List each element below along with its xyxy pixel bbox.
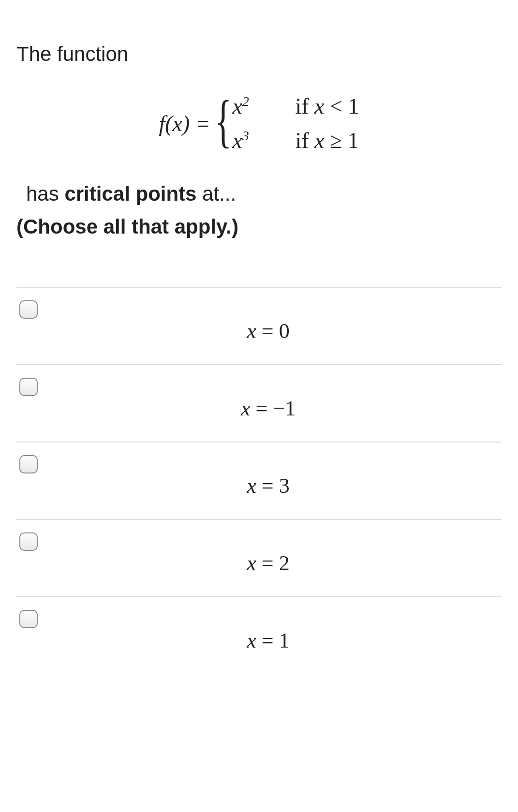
option-row: x = −1 (16, 365, 502, 443)
option-var: x (247, 551, 256, 575)
option-var: x (247, 319, 256, 343)
option-rest: = 1 (256, 629, 290, 652)
option-rest: = −1 (250, 397, 296, 420)
option-label: x = −1 (38, 377, 499, 421)
cond-prefix: if (296, 94, 315, 118)
question-instruction: (Choose all that apply.) (16, 215, 502, 238)
options-list: x = 0 x = −1 x = 3 x = 2 x = 1 (16, 287, 502, 675)
option-row: x = 2 (16, 520, 502, 597)
option-label: x = 2 (38, 531, 499, 576)
option-rest: = 2 (256, 551, 290, 575)
brace-icon: { (215, 98, 232, 145)
option-row: x = 3 (16, 443, 502, 520)
question-page: The function f(x) = { x2 if x < 1 x3 (0, 0, 518, 694)
cond-prefix: if (296, 128, 315, 153)
formula-block: f(x) = { x2 if x < 1 x3 if x ≥ 1 (16, 93, 502, 153)
line2-pre: has (26, 182, 64, 205)
case-exp: 2 (242, 94, 249, 109)
option-checkbox[interactable] (19, 532, 38, 551)
option-rest: = 3 (256, 474, 290, 498)
option-var: x (241, 397, 251, 420)
cond-var: x (314, 94, 324, 118)
option-var: x (247, 474, 256, 498)
line2-bold: critical points (64, 182, 196, 205)
option-label: x = 3 (38, 454, 499, 498)
case-base: x (233, 94, 242, 118)
option-checkbox[interactable] (19, 300, 38, 319)
cond-rel: ≥ 1 (325, 128, 359, 153)
option-checkbox[interactable] (19, 455, 38, 473)
option-label: x = 0 (38, 299, 499, 343)
option-row: x = 1 (16, 597, 502, 675)
cond-var: x (314, 128, 324, 153)
question-intro: The function (16, 39, 502, 69)
option-checkbox[interactable] (19, 610, 38, 628)
option-rest: = 0 (256, 319, 290, 343)
case-row: x3 if x ≥ 1 (233, 128, 359, 153)
case-exp: 3 (242, 128, 249, 143)
case-base: x (233, 128, 242, 153)
line2-post: at... (196, 182, 236, 205)
option-label: x = 1 (38, 609, 499, 653)
option-var: x (247, 629, 256, 652)
option-checkbox[interactable] (19, 378, 38, 396)
cond-rel: < 1 (325, 94, 359, 118)
case-row: x2 if x < 1 (233, 93, 359, 119)
question-line2: has critical points at... (16, 182, 502, 206)
formula-lhs: f(x) = (159, 111, 210, 136)
option-row: x = 0 (16, 288, 502, 365)
